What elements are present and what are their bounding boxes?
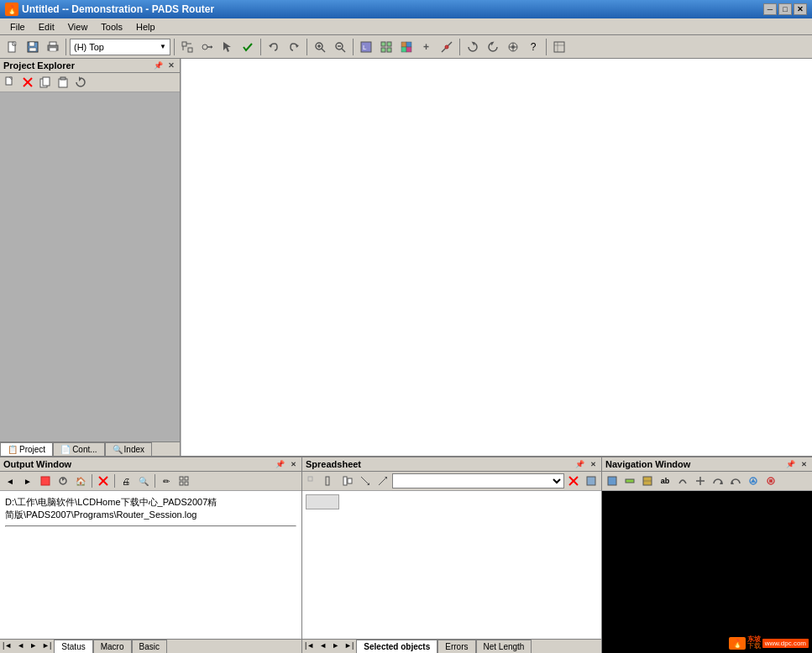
upper-area: Project Explorer 📌 ✕ <box>0 59 812 456</box>
ow-grid-btn[interactable] <box>175 473 192 488</box>
menu-edit[interactable]: Edit <box>32 20 61 34</box>
pe-paste-btn[interactable] <box>55 75 71 90</box>
pe-dock-pin[interactable]: 📌 <box>152 61 165 70</box>
ow-edit-btn[interactable]: ✏ <box>158 473 175 488</box>
save-button[interactable] <box>24 38 42 56</box>
rotate-button[interactable] <box>464 38 482 56</box>
ow-tab-macro[interactable]: Macro <box>93 640 132 653</box>
ow-nav-prev[interactable]: ◄ <box>14 640 27 653</box>
close-button[interactable]: ✕ <box>794 3 807 15</box>
zoom-out-button[interactable] <box>331 38 349 56</box>
help-button[interactable]: ? <box>524 38 542 56</box>
pe-tab-index[interactable]: 🔍 Index <box>105 442 152 456</box>
output-window: Output Window 📌 ✕ ◄ ► 🏠 <box>0 457 302 653</box>
print-button[interactable] <box>44 38 62 56</box>
route-rules-button[interactable] <box>504 38 522 56</box>
spreadsheet: Spreadsheet 📌 ✕ <box>302 457 602 653</box>
ss-close-btn[interactable]: ✕ <box>588 459 598 469</box>
nw-btn7[interactable] <box>710 473 726 488</box>
undo-button[interactable] <box>265 38 283 56</box>
new-button[interactable] <box>3 38 22 56</box>
menu-file[interactable]: File <box>3 20 32 34</box>
menu-tools[interactable]: Tools <box>94 20 129 34</box>
menu-view[interactable]: View <box>61 20 95 34</box>
nw-btn10[interactable] <box>762 473 779 488</box>
ss-tab-selected-objects[interactable]: Selected objects <box>356 640 437 653</box>
nw-header: Navigation Window 📌 ✕ <box>602 457 812 472</box>
ow-forward-btn[interactable]: ► <box>19 473 36 488</box>
ow-content-line2: 简版\PADS2007\Programs\Router_Session.log <box>5 509 296 521</box>
menu-help[interactable]: Help <box>129 20 162 34</box>
flip-button[interactable] <box>484 38 502 56</box>
ss-btn4[interactable] <box>357 473 374 488</box>
ow-nav-next[interactable]: ► <box>27 640 39 653</box>
design-canvas[interactable] <box>181 59 812 456</box>
color-button[interactable] <box>397 38 416 56</box>
ss-btn3[interactable] <box>339 473 356 488</box>
ow-tab-status[interactable]: Status <box>54 640 92 653</box>
ow-home-btn[interactable]: 🏠 <box>72 473 89 488</box>
nw-btn1[interactable] <box>604 473 621 488</box>
pe-tab-project[interactable]: 📋 Project <box>0 442 53 456</box>
pe-copy-btn[interactable] <box>37 75 54 90</box>
ow-toolbar: ◄ ► 🏠 🖨 🔍 ✏ <box>0 472 301 491</box>
layer-dropdown[interactable]: (H) Top ▼ <box>70 39 170 55</box>
ss-nav-prev[interactable]: ◄ <box>317 640 329 653</box>
ow-print-btn[interactable]: 🖨 <box>118 473 134 488</box>
nw-btn8[interactable] <box>727 473 744 488</box>
view-layers-button[interactable]: L <box>357 38 375 56</box>
ss-clear-btn[interactable] <box>565 473 582 488</box>
ss-nav-last[interactable]: ►| <box>342 640 356 653</box>
pe-title: Project Explorer <box>3 60 152 71</box>
ow-back-btn[interactable]: ◄ <box>2 473 18 488</box>
ss-nav-first[interactable]: |◄ <box>302 640 317 653</box>
nw-btn3[interactable] <box>639 473 656 488</box>
maximize-button[interactable]: □ <box>778 3 792 15</box>
ss-btn1[interactable] <box>304 473 321 488</box>
pe-new-btn[interactable] <box>2 75 18 90</box>
nw-btn5[interactable] <box>674 473 691 488</box>
minimize-button[interactable]: ─ <box>763 3 777 15</box>
pe-close-btn[interactable]: ✕ <box>166 60 176 71</box>
pe-tab-cont[interactable]: 📄 Cont... <box>53 442 104 456</box>
properties-button[interactable]: + <box>417 38 436 56</box>
pe-refresh-btn[interactable] <box>72 75 89 90</box>
ss-nav-next[interactable]: ► <box>329 640 342 653</box>
ow-dock-pin[interactable]: 📌 <box>274 460 286 468</box>
ow-nav-first[interactable]: |◄ <box>0 640 14 653</box>
ow-tab-basic[interactable]: Basic <box>132 640 167 653</box>
nw-btn4[interactable]: ab <box>657 473 673 488</box>
zoom-in-button[interactable] <box>311 38 329 56</box>
nw-btn2[interactable] <box>621 473 638 488</box>
route-analyze-button[interactable] <box>437 38 456 56</box>
route-tool-2[interactable] <box>198 38 217 56</box>
ow-delete-btn[interactable] <box>95 473 112 488</box>
nw-btn6[interactable] <box>692 473 709 488</box>
nw-btn9[interactable] <box>745 473 762 488</box>
route-tool-3[interactable] <box>218 38 237 56</box>
ow-stop-btn[interactable] <box>37 473 54 488</box>
route-tool-1[interactable] <box>178 38 196 56</box>
ss-btn2[interactable] <box>322 473 338 488</box>
window-controls[interactable]: ─ □ ✕ <box>763 3 807 15</box>
svg-rect-87 <box>769 479 773 483</box>
ss-btn5[interactable] <box>375 473 391 488</box>
title-bar: 🔥 Untitled -- Demonstration - PADS Route… <box>0 0 812 18</box>
redo-button[interactable] <box>285 38 303 56</box>
ss-tab-errors[interactable]: Errors <box>437 640 475 653</box>
ow-close-btn[interactable]: ✕ <box>288 459 298 469</box>
view-grid-button[interactable] <box>377 38 396 56</box>
ss-dock-pin[interactable]: 📌 <box>574 460 586 468</box>
nw-close-btn[interactable]: ✕ <box>799 459 809 469</box>
ss-tab-net-length[interactable]: Net Length <box>476 640 532 653</box>
extra-button[interactable] <box>550 38 568 56</box>
pe-delete-btn[interactable] <box>19 75 36 90</box>
ss-help-btn[interactable] <box>583 473 600 488</box>
ss-dropdown[interactable] <box>392 473 564 488</box>
svg-rect-31 <box>401 42 406 47</box>
ow-nav-last[interactable]: ►| <box>39 640 54 653</box>
route-tool-4[interactable] <box>238 38 257 56</box>
ow-find-btn[interactable]: 🔍 <box>135 473 152 488</box>
ow-refresh-btn[interactable] <box>55 473 71 488</box>
nw-dock-pin[interactable]: 📌 <box>784 460 797 468</box>
